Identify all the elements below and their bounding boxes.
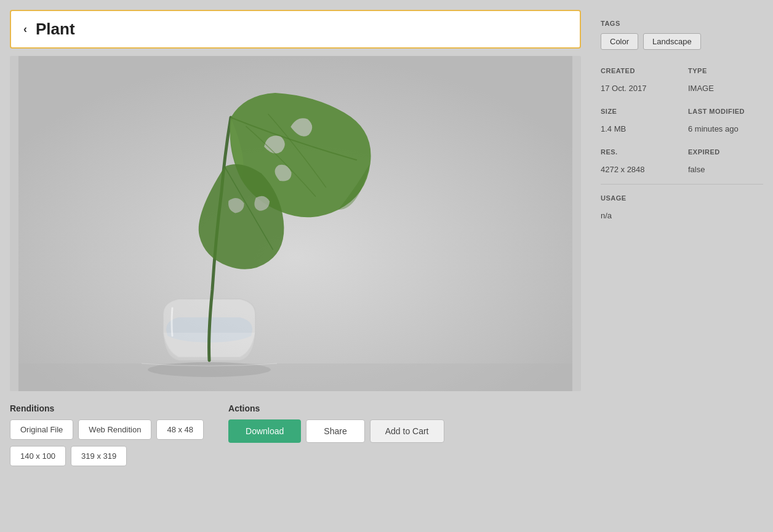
size-label: SIZE — [601, 108, 676, 115]
tag-landscape[interactable]: Landscape — [643, 33, 701, 50]
meta-expired: EXPIRED false — [688, 148, 763, 174]
title-bar: ‹ Plant — [10, 10, 581, 49]
expired-value: false — [688, 165, 763, 174]
tags-section: TAGS Color Landscape — [601, 20, 763, 50]
type-label: TYPE — [688, 67, 763, 74]
last-modified-label: LAST MODIFIED — [688, 108, 763, 115]
action-buttons: Download Share Add to Cart — [228, 419, 444, 443]
image-preview — [10, 56, 581, 391]
rendition-web[interactable]: Web Rendition — [78, 419, 151, 440]
actions-label: Actions — [228, 403, 444, 413]
usage-label: USAGE — [601, 194, 763, 202]
meta-usage: USAGE n/a — [601, 194, 763, 220]
last-modified-value: 6 minutes ago — [688, 124, 763, 133]
rendition-319[interactable]: 319 x 319 — [71, 446, 127, 466]
meta-size: SIZE 1.4 MB — [601, 108, 676, 133]
share-button[interactable]: Share — [306, 419, 364, 443]
add-to-cart-button[interactable]: Add to Cart — [370, 419, 444, 443]
meta-last-modified: LAST MODIFIED 6 minutes ago — [688, 108, 763, 133]
tag-color[interactable]: Color — [601, 33, 638, 50]
meta-res: RES. 4272 x 2848 — [601, 148, 676, 174]
usage-value: n/a — [601, 211, 763, 220]
back-button[interactable]: ‹ — [23, 23, 27, 36]
rendition-buttons: Original File Web Rendition 48 x 48 — [10, 419, 204, 440]
res-label: RES. — [601, 148, 676, 156]
rendition-140[interactable]: 140 x 100 — [10, 446, 66, 466]
expired-label: EXPIRED — [688, 148, 763, 156]
tags-row: Color Landscape — [601, 33, 763, 50]
renditions-label: Renditions — [10, 403, 204, 413]
actions-section: Actions Download Share Add to Cart — [228, 403, 444, 443]
meta-type: TYPE IMAGE — [688, 67, 763, 93]
created-label: CREATED — [601, 67, 676, 74]
svg-rect-3 — [18, 363, 572, 391]
tags-label: TAGS — [601, 20, 763, 27]
res-value: 4272 x 2848 — [601, 165, 676, 174]
rendition-buttons-row2: 140 x 100 319 x 319 — [10, 446, 204, 466]
page-title: Plant — [36, 20, 75, 39]
renditions-section: Renditions Original File Web Rendition 4… — [10, 403, 204, 466]
bottom-section: Renditions Original File Web Rendition 4… — [10, 399, 581, 471]
download-button[interactable]: Download — [228, 419, 301, 443]
metadata-grid: CREATED 17 Oct. 2017 TYPE IMAGE SIZE 1.4… — [601, 67, 763, 174]
size-value: 1.4 MB — [601, 124, 676, 133]
rendition-48[interactable]: 48 x 48 — [156, 419, 204, 440]
created-value: 17 Oct. 2017 — [601, 84, 676, 93]
right-panel: TAGS Color Landscape CREATED 17 Oct. 201… — [591, 10, 763, 522]
meta-created: CREATED 17 Oct. 2017 — [601, 67, 676, 93]
type-value: IMAGE — [688, 84, 763, 93]
rendition-original[interactable]: Original File — [10, 419, 73, 440]
divider — [601, 184, 763, 185]
